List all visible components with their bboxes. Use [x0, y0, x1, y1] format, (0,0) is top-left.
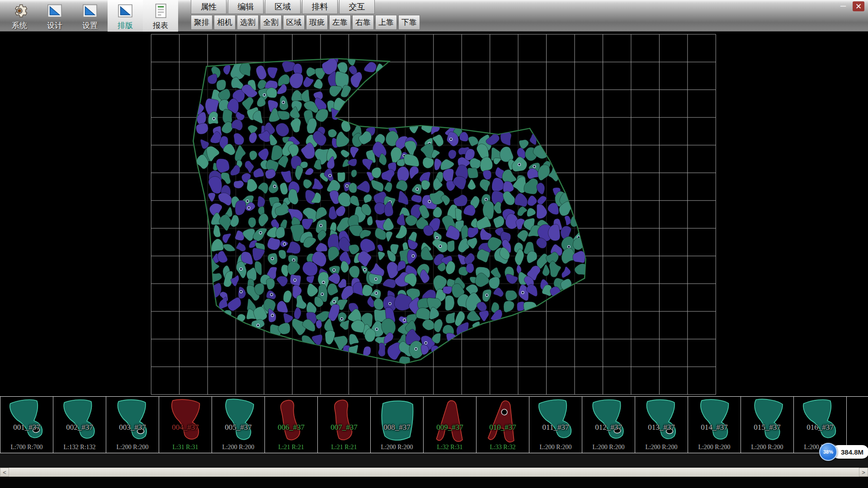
- piece-thumbnail-004_#37[interactable]: 004_#37L:31 R:31: [159, 397, 212, 453]
- piece-thumbnail-005_#37[interactable]: 005_#37L:200 R:200: [212, 397, 265, 453]
- piece-shape: [111, 398, 155, 444]
- piece-counts: L:132 R:132: [53, 444, 106, 451]
- piece-shape: [322, 398, 367, 444]
- piece-counts: L:200 R:200: [529, 444, 582, 451]
- toolbar-item-label: 报表: [153, 20, 168, 31]
- piece-thumbnail-003_#37[interactable]: 003_#37L:200 R:200: [106, 397, 159, 453]
- piece-counts: L:200 R:200: [741, 444, 793, 451]
- progress-indicator: 38% 384.8M: [819, 443, 868, 461]
- strip-gap: [0, 453, 868, 468]
- nesting-svg: [0, 32, 868, 396]
- toolbar-item-settings[interactable]: 设置: [72, 0, 108, 32]
- piece-thumbnail-006_#37[interactable]: 006_#37L:21 R:21: [264, 397, 318, 453]
- progress-percent-badge: 38%: [819, 443, 837, 461]
- tool-button-row: 聚排 相机 选割 全割 区域 瑕疵 左靠 右靠 上靠 下靠: [191, 15, 420, 30]
- piece-counts: L:200 R:200: [212, 444, 264, 451]
- piece-shape: [534, 398, 578, 444]
- piece-thumbnail-012_#37[interactable]: 012_#37L:200 R:200: [582, 397, 635, 453]
- piece-shape: [481, 398, 525, 444]
- piece-counts: L:32 R:31: [424, 444, 476, 451]
- nesting-canvas[interactable]: [0, 32, 868, 396]
- tool-button-defect[interactable]: 瑕疵: [306, 15, 328, 30]
- piece-counts: L:21 R:21: [265, 444, 317, 451]
- toolbar-item-design[interactable]: 设计: [37, 0, 72, 32]
- piece-shape: [58, 398, 102, 444]
- toolbar-item-report[interactable]: 报表: [143, 0, 178, 32]
- tool-button-camera[interactable]: 相机: [214, 15, 236, 30]
- piece-strip: 001_#37L:700 R:700002_#37L:132 R:132003_…: [0, 396, 868, 453]
- tool-button-region[interactable]: 区域: [283, 15, 305, 30]
- menu-tab-region[interactable]: 区域: [265, 0, 301, 14]
- minimize-button[interactable]: ─: [837, 1, 849, 11]
- piece-shape: [217, 398, 261, 444]
- scroll-right-button[interactable]: >: [859, 468, 868, 477]
- piece-shape: [269, 398, 314, 444]
- piece-thumbnail-008_#37[interactable]: 008_#37L:200 R:200: [370, 397, 424, 453]
- tool-button-cluster-nest[interactable]: 聚排: [191, 15, 212, 30]
- toolbar-item-nesting[interactable]: 排版: [108, 0, 143, 32]
- design-ruler-icon: [46, 2, 64, 20]
- piece-thumbnail-014_#37[interactable]: 014_#37L:200 R:200: [688, 397, 741, 453]
- toolbar-item-label: 排版: [118, 20, 133, 31]
- settings-ruler-icon: [81, 2, 99, 20]
- piece-counts: L:700 R:700: [0, 444, 53, 451]
- menu-tab-properties[interactable]: 属性: [191, 0, 226, 14]
- menu-tab-nesting[interactable]: 排料: [302, 0, 338, 14]
- piece-shape: [375, 398, 420, 444]
- piece-shape: [640, 398, 684, 444]
- close-button[interactable]: ✕: [853, 1, 864, 11]
- piece-counts: L:33 R:32: [476, 444, 529, 451]
- tool-button-cut-all[interactable]: 全割: [260, 15, 282, 30]
- system-gear-icon: [10, 2, 28, 20]
- piece-thumbnail-007_#37[interactable]: 007_#37L:21 R:21: [317, 397, 371, 453]
- window-controls: ─ ✕: [837, 1, 864, 11]
- piece-shape: [745, 398, 790, 444]
- piece-counts: L:200 R:200: [688, 444, 741, 451]
- piece-shape: [693, 398, 737, 444]
- memory-usage: 384.8M: [832, 445, 868, 459]
- toolbar-item-label: 系统: [12, 20, 27, 31]
- piece-shape: [164, 398, 208, 444]
- tool-button-align-bottom[interactable]: 下靠: [398, 15, 420, 30]
- piece-thumbnail-015_#37[interactable]: 015_#37L:200 R:200: [741, 397, 794, 453]
- tool-button-select-cut[interactable]: 选割: [237, 15, 259, 30]
- toolbar-item-label: 设置: [82, 20, 98, 31]
- report-icon: [151, 2, 170, 20]
- toolbar: 系统 设计 设置 排版 报表 属性: [0, 0, 868, 32]
- nesting-ruler-icon: [116, 2, 134, 20]
- piece-thumbnail-011_#37[interactable]: 011_#37L:200 R:200: [529, 397, 582, 453]
- piece-thumbnail-002_#37[interactable]: 002_#37L:132 R:132: [53, 397, 106, 453]
- piece-shape: [587, 398, 631, 444]
- menu-tab-edit[interactable]: 编辑: [228, 0, 264, 14]
- piece-thumbnail-009_#37[interactable]: 009_#37L:32 R:31: [423, 397, 476, 453]
- piece-shape: [428, 398, 472, 444]
- scroll-left-button[interactable]: <: [0, 468, 9, 477]
- app-toolbar: 系统 设计 设置 排版 报表: [2, 0, 178, 32]
- toolbar-item-label: 设计: [47, 20, 62, 31]
- menu-tab-row: 属性 编辑 区域 排料 交互: [191, 0, 420, 14]
- piece-shape: [5, 398, 49, 444]
- piece-counts: L:21 R:21: [318, 444, 370, 451]
- tool-button-align-right[interactable]: 右靠: [352, 15, 374, 30]
- piece-shape: [798, 398, 843, 444]
- toolbar-item-system[interactable]: 系统: [2, 0, 37, 32]
- piece-counts: L:200 R:200: [371, 444, 423, 451]
- piece-thumbnail-013_#37[interactable]: 013_#37L:200 R:200: [635, 397, 688, 453]
- menu-tab-interact[interactable]: 交互: [339, 0, 375, 14]
- piece-thumbnail-001_#37[interactable]: 001_#37L:700 R:700: [0, 397, 53, 453]
- tool-button-align-top[interactable]: 上靠: [375, 15, 397, 30]
- horizontal-scrollbar[interactable]: < >: [0, 468, 868, 477]
- piece-counts: L:200 R:200: [635, 444, 688, 451]
- piece-counts: L:31 R:31: [159, 444, 212, 451]
- piece-counts: L:200 R:200: [582, 444, 635, 451]
- tool-button-align-left[interactable]: 左靠: [329, 15, 351, 30]
- menu-area: 属性 编辑 区域 排料 交互 聚排 相机 选割 全割 区域 瑕疵 左靠 右靠 上…: [191, 0, 420, 30]
- piece-counts: L:200 R:200: [106, 444, 159, 451]
- piece-thumbnail-010_#37[interactable]: 010_#37L:33 R:32: [476, 397, 529, 453]
